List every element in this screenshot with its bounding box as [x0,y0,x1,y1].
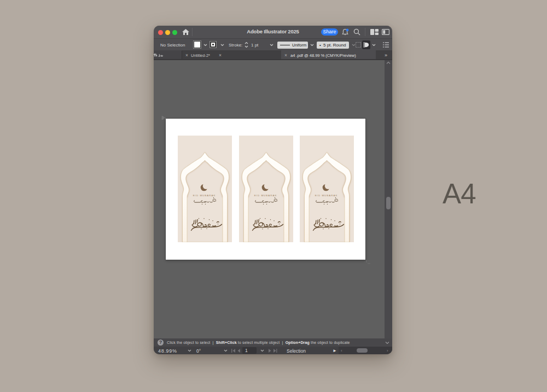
svg-text:EID MUBARAK: EID MUBARAK [193,194,216,197]
svg-text:EID MUBARAK: EID MUBARAK [315,194,337,197]
svg-text:EID MUBARAK: EID MUBARAK [254,194,277,197]
